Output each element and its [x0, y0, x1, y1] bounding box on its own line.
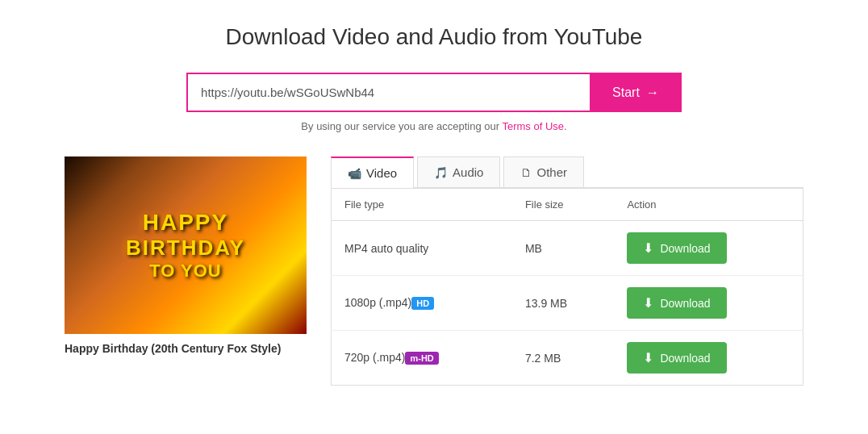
col-file-type: File type — [332, 189, 512, 221]
video-tab-label: Video — [366, 166, 397, 180]
table-row: 1080p (.mp4)HD13.9 MB⬇Download — [332, 276, 803, 331]
video-thumbnail: HAPPY BIRTHDAY TO YOU — [65, 156, 307, 334]
other-tab-icon: 🗋 — [520, 166, 532, 179]
other-tab-label: Other — [536, 165, 567, 179]
table-row: MP4 auto qualityMB⬇Download — [332, 221, 803, 276]
file-size-cell: 7.2 MB — [512, 331, 614, 386]
quality-badge: HD — [411, 297, 434, 310]
file-size-cell: MB — [512, 221, 614, 276]
tab-video[interactable]: 📹 Video — [331, 156, 414, 188]
search-bar: Start → — [65, 73, 803, 112]
action-cell: ⬇Download — [614, 221, 803, 276]
download-section: 📹 Video 🎵 Audio 🗋 Other File type File s… — [331, 156, 803, 386]
download-label: Download — [660, 352, 710, 365]
audio-tab-label: Audio — [453, 165, 483, 179]
download-label: Download — [660, 297, 710, 310]
col-action: Action — [614, 189, 803, 221]
download-label: Download — [660, 242, 710, 255]
thumbnail-section: HAPPY BIRTHDAY TO YOU Happy Birthday (20… — [65, 156, 307, 355]
start-button[interactable]: Start → — [590, 73, 682, 112]
table-header-row: File type File size Action — [332, 189, 803, 221]
content-area: HAPPY BIRTHDAY TO YOU Happy Birthday (20… — [65, 156, 803, 386]
download-icon: ⬇ — [643, 295, 653, 311]
audio-tab-icon: 🎵 — [434, 166, 448, 179]
download-icon: ⬇ — [643, 240, 653, 256]
file-type-cell: 1080p (.mp4)HD — [332, 276, 512, 331]
terms-text: By using our service you are accepting o… — [65, 120, 803, 132]
tab-other[interactable]: 🗋 Other — [503, 156, 584, 187]
video-caption: Happy Birthday (20th Century Fox Style) — [65, 342, 307, 355]
col-file-size: File size — [512, 189, 614, 221]
action-cell: ⬇Download — [614, 331, 803, 386]
download-button[interactable]: ⬇Download — [627, 342, 726, 373]
download-button[interactable]: ⬇Download — [627, 232, 726, 264]
start-label: Start — [612, 86, 640, 100]
file-type-cell: MP4 auto quality — [332, 221, 512, 276]
video-tab-icon: 📹 — [348, 167, 361, 180]
page-title: Download Video and Audio from YouTube — [65, 24, 803, 50]
tabs-container: 📹 Video 🎵 Audio 🗋 Other — [331, 156, 803, 188]
download-button[interactable]: ⬇Download — [627, 287, 726, 319]
download-table: File type File size Action MP4 auto qual… — [331, 188, 803, 386]
quality-badge: m-HD — [405, 352, 438, 365]
terms-link[interactable]: Terms of Use — [502, 120, 564, 132]
url-input[interactable] — [186, 73, 590, 112]
table-row: 720p (.mp4)m-HD7.2 MB⬇Download — [332, 331, 803, 386]
file-type-cell: 720p (.mp4)m-HD — [332, 331, 512, 386]
download-icon: ⬇ — [643, 350, 653, 365]
file-size-cell: 13.9 MB — [512, 276, 614, 331]
arrow-icon: → — [646, 86, 659, 100]
tab-audio[interactable]: 🎵 Audio — [417, 156, 500, 187]
action-cell: ⬇Download — [614, 276, 803, 331]
